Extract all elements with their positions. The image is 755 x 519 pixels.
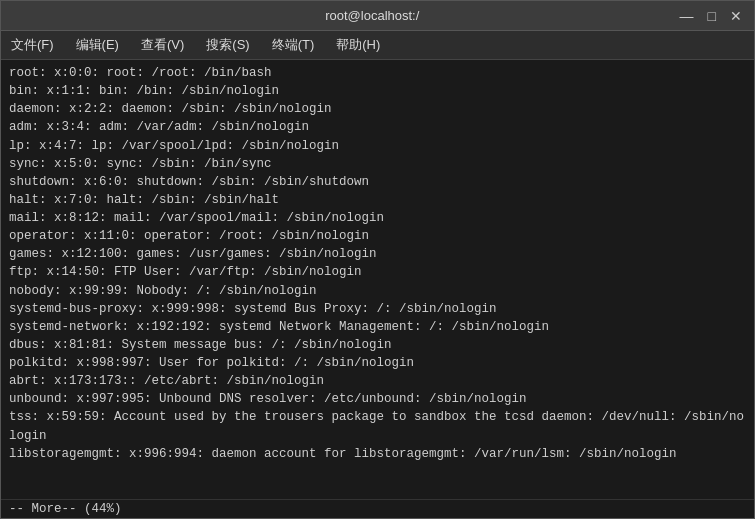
title-bar: root@localhost:/ — □ ✕ xyxy=(1,1,754,31)
terminal-line: tss: x:59:59: Account used by the trouse… xyxy=(9,408,746,444)
terminal-line: dbus: x:81:81: System message bus: /: /s… xyxy=(9,336,746,354)
terminal-line: ftp: x:14:50: FTP User: /var/ftp: /sbin/… xyxy=(9,263,746,281)
terminal-line: games: x:12:100: games: /usr/games: /sbi… xyxy=(9,245,746,263)
close-button[interactable]: ✕ xyxy=(726,9,746,23)
menu-item[interactable]: 终端(T) xyxy=(268,35,319,55)
minimize-button[interactable]: — xyxy=(676,9,698,23)
terminal-line: mail: x:8:12: mail: /var/spool/mail: /sb… xyxy=(9,209,746,227)
terminal-line: unbound: x:997:995: Unbound DNS resolver… xyxy=(9,390,746,408)
window-title: root@localhost:/ xyxy=(69,8,676,23)
terminal-line: nobody: x:99:99: Nobody: /: /sbin/nologi… xyxy=(9,282,746,300)
menu-bar: 文件(F)编辑(E)查看(V)搜索(S)终端(T)帮助(H) xyxy=(1,31,754,60)
terminal-window: root@localhost:/ — □ ✕ 文件(F)编辑(E)查看(V)搜索… xyxy=(0,0,755,519)
terminal-line: polkitd: x:998:997: User for polkitd: /:… xyxy=(9,354,746,372)
terminal-line: lp: x:4:7: lp: /var/spool/lpd: /sbin/nol… xyxy=(9,137,746,155)
terminal-line: daemon: x:2:2: daemon: /sbin: /sbin/nolo… xyxy=(9,100,746,118)
menu-item[interactable]: 查看(V) xyxy=(137,35,188,55)
window-controls: — □ ✕ xyxy=(676,9,746,23)
terminal-line: abrt: x:173:173:: /etc/abrt: /sbin/nolog… xyxy=(9,372,746,390)
menu-item[interactable]: 帮助(H) xyxy=(332,35,384,55)
terminal-line: libstoragemgmt: x:996:994: daemon accoun… xyxy=(9,445,746,463)
terminal-line: systemd-network: x:192:192: systemd Netw… xyxy=(9,318,746,336)
terminal-body[interactable]: root: x:0:0: root: /root: /bin/bashbin: … xyxy=(1,60,754,499)
terminal-line: bin: x:1:1: bin: /bin: /sbin/nologin xyxy=(9,82,746,100)
menu-item[interactable]: 文件(F) xyxy=(7,35,58,55)
terminal-line: shutdown: x:6:0: shutdown: /sbin: /sbin/… xyxy=(9,173,746,191)
terminal-line: operator: x:11:0: operator: /root: /sbin… xyxy=(9,227,746,245)
maximize-button[interactable]: □ xyxy=(704,9,720,23)
terminal-line: adm: x:3:4: adm: /var/adm: /sbin/nologin xyxy=(9,118,746,136)
menu-item[interactable]: 搜索(S) xyxy=(202,35,253,55)
menu-item[interactable]: 编辑(E) xyxy=(72,35,123,55)
terminal-line: systemd-bus-proxy: x:999:998: systemd Bu… xyxy=(9,300,746,318)
terminal-line: root: x:0:0: root: /root: /bin/bash xyxy=(9,64,746,82)
status-bar: -- More-- (44%) xyxy=(1,499,754,518)
terminal-line: halt: x:7:0: halt: /sbin: /sbin/halt xyxy=(9,191,746,209)
terminal-line: sync: x:5:0: sync: /sbin: /bin/sync xyxy=(9,155,746,173)
